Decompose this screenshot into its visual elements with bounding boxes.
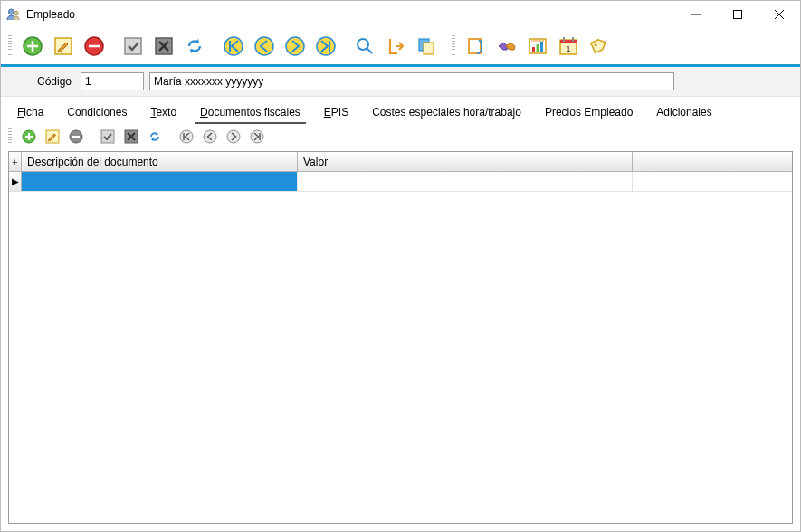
grid-expand-corner[interactable]: + <box>9 152 22 171</box>
confirm-button[interactable] <box>119 33 147 59</box>
grid-refresh-button[interactable] <box>145 128 165 146</box>
grid-last-button[interactable] <box>247 128 267 146</box>
minimize-button[interactable] <box>675 1 717 28</box>
tab-documentos-fiscales[interactable]: Documentos fiscales <box>195 102 306 124</box>
search-button[interactable] <box>351 33 378 59</box>
cell-valor[interactable] <box>298 172 633 191</box>
refresh-button[interactable] <box>181 33 208 59</box>
tag-button[interactable] <box>586 33 613 59</box>
tab-epis[interactable]: EPIS <box>319 102 354 124</box>
last-record-button[interactable] <box>312 33 339 59</box>
svg-point-47 <box>180 130 193 143</box>
export-button[interactable] <box>382 33 409 59</box>
next-record-button[interactable] <box>281 33 309 59</box>
titlebar: Empleado <box>1 1 800 28</box>
tab-bar: Ficha Condiciones Texto Documentos fisca… <box>1 97 800 124</box>
copy-button[interactable] <box>413 33 440 59</box>
grid-add-button[interactable] <box>19 128 39 146</box>
app-icon <box>6 7 21 22</box>
toolbar-grip <box>8 35 12 57</box>
window-controls <box>675 1 800 28</box>
separator <box>214 34 215 58</box>
prev-record-button[interactable] <box>251 33 278 59</box>
handshake-button[interactable] <box>493 33 520 59</box>
grid-prev-button[interactable] <box>200 128 220 146</box>
svg-point-49 <box>204 130 216 143</box>
svg-point-1 <box>14 11 18 14</box>
grid-header: + Descripción del documento Valor <box>9 152 792 172</box>
svg-point-19 <box>286 37 304 55</box>
svg-rect-25 <box>424 43 434 54</box>
column-valor[interactable]: Valor <box>298 152 633 171</box>
column-descripcion[interactable]: Descripción del documento <box>22 152 298 171</box>
codigo-input[interactable] <box>81 72 144 90</box>
grid-toolbar <box>1 124 800 149</box>
tab-ficha[interactable]: Ficha <box>12 102 49 124</box>
grid-edit-button[interactable] <box>43 128 62 146</box>
toolbar-grip <box>452 35 455 57</box>
svg-rect-33 <box>563 37 565 42</box>
attachment-button[interactable] <box>462 33 490 59</box>
svg-point-51 <box>251 130 263 143</box>
close-button[interactable] <box>758 1 800 28</box>
separator <box>113 34 114 58</box>
grid-confirm-button[interactable] <box>98 128 118 146</box>
separator <box>345 34 346 58</box>
maximize-button[interactable] <box>717 1 758 28</box>
grid-first-button[interactable] <box>176 128 196 146</box>
grid-row[interactable]: ▶ <box>9 172 792 192</box>
svg-rect-34 <box>572 37 574 42</box>
separator <box>91 128 92 145</box>
svg-point-20 <box>317 37 335 55</box>
svg-rect-28 <box>532 47 535 52</box>
employee-window: Empleado <box>0 0 801 532</box>
documents-grid[interactable]: + Descripción del documento Valor ▶ <box>8 151 793 524</box>
calendar-button[interactable]: 1 <box>555 33 582 59</box>
delete-button[interactable] <box>81 33 108 59</box>
toolbar-grip <box>8 128 12 145</box>
tab-adicionales[interactable]: Adicionales <box>651 102 717 124</box>
svg-point-16 <box>224 37 243 55</box>
codigo-bar: Código <box>1 67 800 97</box>
grid-delete-button[interactable] <box>66 128 86 146</box>
svg-rect-32 <box>560 40 577 43</box>
row-indicator-icon: ▶ <box>9 172 22 191</box>
svg-point-18 <box>255 37 273 55</box>
main-toolbar: 1 <box>1 28 800 67</box>
svg-text:1: 1 <box>566 44 570 53</box>
cell-descripcion[interactable] <box>22 172 298 191</box>
tab-condiciones[interactable]: Condiciones <box>62 102 132 124</box>
svg-rect-43 <box>101 130 114 143</box>
edit-button[interactable] <box>50 33 77 59</box>
grid-next-button[interactable] <box>224 128 243 146</box>
svg-rect-29 <box>537 44 539 52</box>
tab-texto[interactable]: Texto <box>145 102 182 124</box>
first-record-button[interactable] <box>220 33 247 59</box>
tab-costes-especiales[interactable]: Costes especiales hora/trabajo <box>367 102 527 124</box>
svg-rect-3 <box>734 11 742 19</box>
svg-point-50 <box>227 130 240 143</box>
cancel-button[interactable] <box>150 33 177 59</box>
window-title: Empleado <box>26 8 75 21</box>
tab-precios-empleado[interactable]: Precios Empleado <box>539 102 638 124</box>
codigo-label: Código <box>37 75 72 88</box>
svg-point-0 <box>9 9 14 14</box>
add-button[interactable] <box>19 33 46 59</box>
name-input[interactable] <box>149 72 674 90</box>
separator <box>170 128 171 145</box>
grid-cancel-button[interactable] <box>121 128 141 146</box>
chart-button[interactable] <box>524 33 551 59</box>
svg-rect-12 <box>125 38 141 54</box>
svg-line-23 <box>367 48 372 53</box>
svg-rect-30 <box>540 42 543 52</box>
separator <box>445 34 446 58</box>
